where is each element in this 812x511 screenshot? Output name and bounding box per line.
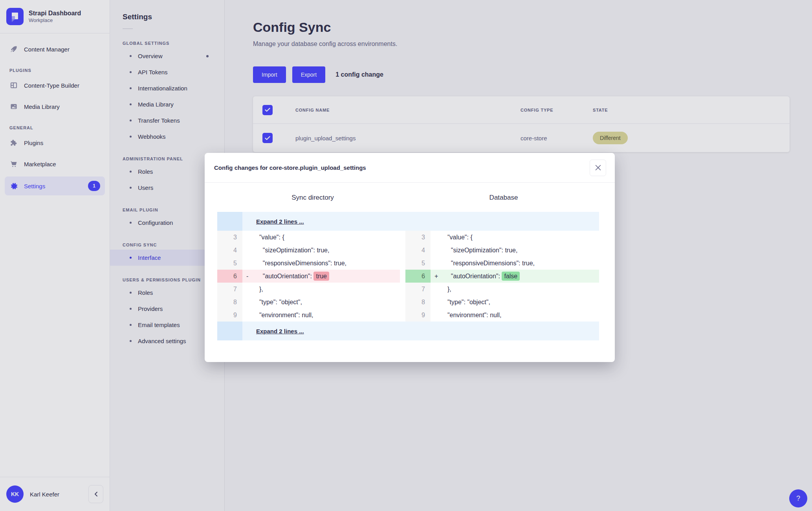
line-number: 6 xyxy=(405,270,431,283)
line-number: 9 xyxy=(217,309,242,322)
code-line: "type": "object", xyxy=(431,296,599,309)
expand-lines-link[interactable]: Expand 2 lines ... xyxy=(256,218,304,225)
close-icon xyxy=(595,165,601,171)
line-number: 7 xyxy=(405,283,431,296)
expand-gutter xyxy=(217,212,242,231)
sync-directory-title: Sync directory xyxy=(217,194,408,202)
diff-line: 3 "value": { 3 "value": { xyxy=(217,231,599,244)
diff-line: 9 "environment": null, 9 "environment": … xyxy=(217,309,599,322)
diff-view: Expand 2 lines ... 3 "value": { 3 "value… xyxy=(217,212,599,340)
line-number: 4 xyxy=(217,244,242,257)
modal-title: Config changes for core-store.plugin_upl… xyxy=(214,164,366,171)
diff-line-changed: 6 - "autoOrientation": true 6 + "autoOri… xyxy=(217,270,599,283)
removed-marker: - xyxy=(246,270,256,283)
code-line: "environment": null, xyxy=(431,309,599,322)
line-number: 5 xyxy=(405,257,431,270)
line-number: 6 xyxy=(217,270,242,283)
diff-line: 8 "type": "object", 8 "type": "object", xyxy=(217,296,599,309)
code-line: "type": "object", xyxy=(242,296,400,309)
line-number: 4 xyxy=(405,244,431,257)
line-number: 5 xyxy=(217,257,242,270)
removed-token: true xyxy=(313,272,329,281)
expand-row-top: Expand 2 lines ... xyxy=(217,212,599,231)
expand-row-bottom: Expand 2 lines ... xyxy=(217,322,599,340)
code-line: "sizeOptimization": true, xyxy=(242,244,400,257)
diff-line: 7 }, 7 }, xyxy=(217,283,599,296)
line-number: 9 xyxy=(405,309,431,322)
close-button[interactable] xyxy=(590,160,606,176)
code-line: }, xyxy=(242,283,400,296)
line-number: 3 xyxy=(405,231,431,244)
line-number: 3 xyxy=(217,231,242,244)
added-marker: + xyxy=(434,270,444,283)
config-diff-modal: Config changes for core-store.plugin_upl… xyxy=(205,153,615,362)
expand-gutter xyxy=(217,322,242,340)
line-number: 8 xyxy=(405,296,431,309)
diff-column-titles: Sync directory Database xyxy=(217,194,599,202)
line-number: 7 xyxy=(217,283,242,296)
code-line: "value": { xyxy=(431,231,599,244)
code-line: "responsiveDimensions": true, xyxy=(431,257,599,270)
code-line-added: + "autoOrientation": false xyxy=(431,270,599,283)
database-title: Database xyxy=(408,194,599,202)
line-number: 8 xyxy=(217,296,242,309)
added-token: false xyxy=(502,272,520,281)
code-line: "value": { xyxy=(242,231,400,244)
code-line: "environment": null, xyxy=(242,309,400,322)
code-line: "responsiveDimensions": true, xyxy=(242,257,400,270)
diff-line: 5 "responsiveDimensions": true, 5 "respo… xyxy=(217,257,599,270)
expand-lines-link[interactable]: Expand 2 lines ... xyxy=(256,328,304,335)
code-line: }, xyxy=(431,283,599,296)
diff-line: 4 "sizeOptimization": true, 4 "sizeOptim… xyxy=(217,244,599,257)
code-line-removed: - "autoOrientation": true xyxy=(242,270,400,283)
modal-header: Config changes for core-store.plugin_upl… xyxy=(205,153,615,183)
code-line: "sizeOptimization": true, xyxy=(431,244,599,257)
